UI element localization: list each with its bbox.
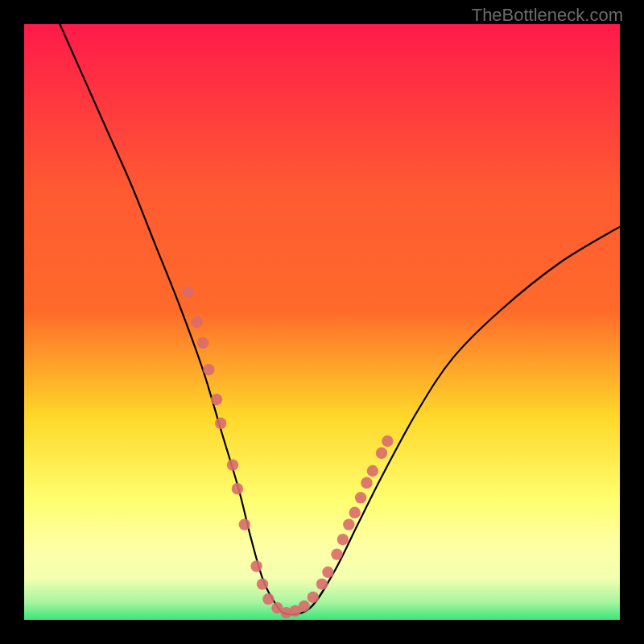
highlight-dot — [322, 567, 333, 578]
highlight-dot — [331, 548, 342, 559]
highlight-dot — [343, 518, 354, 530]
highlight-dot — [262, 593, 274, 605]
highlight-dot — [227, 459, 238, 470]
highlight-dot — [316, 578, 328, 589]
highlight-dot — [197, 337, 208, 349]
highlight-dot — [376, 448, 387, 459]
highlight-dots — [182, 287, 393, 619]
highlight-dot — [299, 601, 310, 612]
highlight-dot — [239, 518, 250, 530]
highlight-dot — [308, 592, 319, 603]
highlight-dot — [211, 394, 222, 405]
watermark-text: TheBottleneck.com — [472, 5, 623, 26]
highlight-dot — [191, 316, 202, 328]
chart-canvas: TheBottleneck.com — [0, 0, 644, 644]
highlight-dot — [367, 465, 378, 477]
highlight-dot — [349, 507, 361, 518]
highlight-dot — [361, 477, 372, 489]
highlight-dot — [337, 534, 349, 545]
highlight-dot — [382, 436, 393, 447]
highlight-dot — [182, 287, 193, 298]
highlight-dot — [215, 418, 226, 429]
highlight-dot — [355, 492, 366, 503]
curve-layer — [24, 24, 620, 620]
bottleneck-curve — [60, 24, 620, 614]
highlight-dot — [257, 578, 268, 589]
highlight-dot — [232, 483, 243, 494]
plot-area — [24, 24, 620, 620]
highlight-dot — [250, 560, 262, 572]
highlight-dot — [203, 364, 214, 375]
